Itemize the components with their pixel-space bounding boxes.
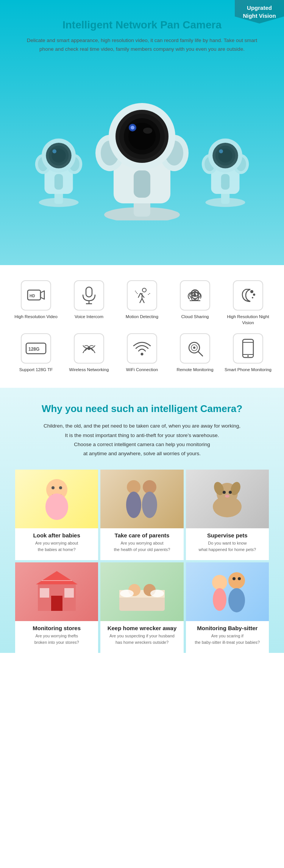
storage-icon: 128G: [25, 340, 47, 357]
svg-point-72: [141, 353, 144, 356]
svg-point-111: [228, 588, 245, 612]
hd-video-icon: HD: [27, 288, 45, 303]
svg-point-28: [143, 128, 152, 134]
use-case-text-babies: Look after babies Are you worrying about…: [15, 528, 98, 560]
parents-illustration: [119, 476, 165, 522]
camera-right: [197, 117, 254, 208]
why-title: Why you need such an intelligent Camera?: [15, 403, 269, 415]
features-grid: HD High Resolution Video Voice Intercom: [11, 280, 273, 373]
use-case-image-stores: [15, 562, 98, 621]
svg-point-108: [212, 575, 227, 590]
svg-point-84: [45, 493, 68, 520]
feature-label-smartphone-monitoring: Smart Phone Monitoring: [225, 367, 272, 373]
feature-voice-intercom: Voice Intercom: [64, 280, 114, 326]
badge-line1: Upgrated: [247, 5, 272, 11]
use-case-text-wrecker: Keep home wrecker away Are you suspectin…: [100, 621, 183, 653]
use-case-image-babies: [15, 470, 98, 528]
feature-label-support-128g: Support 128G TF: [19, 367, 53, 373]
night-vision-icon: [239, 286, 257, 304]
high-res-video-icon-box: HD: [21, 280, 51, 311]
use-case-title-stores: Monitoring stores: [18, 625, 95, 631]
feature-support-128g: 128G Support 128G TF: [11, 333, 61, 373]
feature-high-res-video: HD High Resolution Video: [11, 280, 61, 326]
svg-point-82: [51, 486, 55, 489]
feature-label-remote-monitoring: Remote Monitoring: [176, 367, 213, 373]
svg-point-80: [247, 355, 249, 357]
svg-point-83: [59, 486, 62, 489]
svg-line-74: [198, 351, 203, 356]
hero-description: Delicate and smart appearance, high reso…: [23, 36, 261, 54]
cloud-sharing-icon-box: [180, 280, 210, 311]
use-case-text-stores: Monitoring stores Are you worrying theft…: [15, 621, 98, 653]
feature-cloud-sharing: Cloud Sharing: [170, 280, 220, 326]
microphone-icon: [81, 286, 97, 304]
feature-label-night-vision: High Resolution Night Vision: [223, 314, 273, 326]
use-case-image-babysitter: [186, 562, 269, 621]
svg-line-49: [138, 293, 140, 298]
svg-point-113: [238, 577, 241, 580]
svg-line-55: [148, 293, 150, 295]
svg-point-95: [225, 495, 229, 498]
badge-line2: Night Vision: [243, 12, 276, 19]
features-section: HD High Resolution Video Voice Intercom: [0, 265, 284, 388]
use-case-title-pets: Supervise pets: [189, 532, 266, 539]
use-case-title-wrecker: Keep home wrecker away: [103, 625, 180, 631]
wireless-networking-icon-box: [74, 333, 104, 364]
use-case-text-babysitter: Monitoring Baby-sitter Are you scaring i…: [186, 621, 269, 653]
baby-illustration: [38, 476, 76, 522]
svg-point-88: [142, 492, 157, 518]
feature-label-high-res-video: High Resolution Video: [14, 314, 58, 320]
feature-label-wifi-connection: WiFi Connection: [126, 367, 158, 373]
use-case-image-parents: [100, 470, 183, 528]
svg-point-110: [228, 572, 245, 589]
svg-point-65: [194, 294, 196, 297]
svg-point-94: [229, 491, 232, 494]
remote-monitoring-icon: [186, 339, 204, 358]
use-case-title-babies: Look after babies: [18, 532, 95, 539]
use-case-pets: Supervise pets Do you want to know what …: [186, 470, 269, 560]
feature-night-vision: High Resolution Night Vision: [223, 280, 273, 326]
svg-rect-99: [40, 588, 49, 598]
feature-remote-monitoring: Remote Monitoring: [170, 333, 220, 373]
use-case-babies: Look after babies Are you worrying about…: [15, 470, 98, 560]
svg-text:HD: HD: [30, 294, 35, 298]
svg-point-112: [233, 577, 236, 580]
svg-rect-16: [134, 170, 150, 198]
use-case-title-babysitter: Monitoring Baby-sitter: [189, 625, 266, 631]
feature-label-wireless-networking: Wireless Networking: [69, 367, 109, 373]
store-illustration: [34, 569, 80, 615]
svg-rect-100: [64, 588, 74, 598]
camera-main: [89, 69, 195, 220]
feature-wifi-connection: WiFi Connection: [117, 333, 167, 373]
feature-label-motion-detecting: Motion Detecting: [126, 314, 158, 320]
feature-label-cloud-sharing: Cloud Sharing: [181, 314, 209, 320]
feature-motion-detecting: Motion Detecting: [117, 280, 167, 326]
hero-section: Upgrated Night Vision Intelligent Networ…: [0, 0, 284, 265]
svg-rect-102: [119, 596, 165, 611]
svg-line-54: [135, 291, 137, 294]
svg-point-67: [253, 293, 255, 296]
couple-illustration: [117, 569, 167, 615]
feature-label-voice-intercom: Voice Intercom: [75, 314, 103, 320]
support-128g-icon-box: 128G: [21, 333, 51, 364]
use-case-babysitter: Monitoring Baby-sitter Are you scaring i…: [186, 562, 269, 653]
smartphone-monitoring-icon-box: [233, 333, 263, 364]
use-case-sub-wrecker: Are you suspecting if your husband has h…: [103, 633, 180, 645]
feature-smartphone-monitoring: Smart Phone Monitoring: [223, 333, 273, 373]
svg-point-66: [250, 290, 253, 293]
cloud-icon: [186, 288, 204, 303]
svg-point-93: [223, 491, 226, 494]
svg-point-106: [120, 590, 134, 597]
svg-point-27: [131, 126, 134, 130]
remote-monitoring-icon-box: [180, 333, 210, 364]
svg-rect-45: [86, 287, 92, 297]
hero-title: Intelligent Network Pan Camera: [23, 19, 261, 31]
svg-point-107: [150, 590, 164, 597]
why-description: Children, the old, and the pet need to b…: [15, 422, 269, 458]
motion-icon: [133, 286, 151, 304]
camera-illustration: [9, 61, 275, 220]
svg-text:128G: 128G: [28, 347, 39, 352]
voice-intercom-icon-box: [74, 280, 104, 311]
use-case-text-parents: Take care of parents Are you worrying ab…: [100, 528, 183, 560]
svg-point-76: [193, 347, 195, 349]
